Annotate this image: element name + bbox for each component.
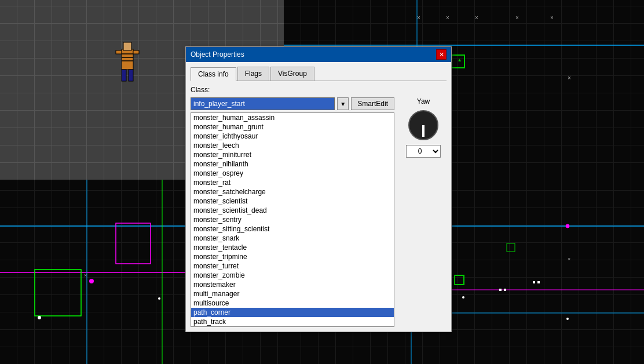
list-item[interactable]: monstemaker (191, 280, 394, 289)
svg-rect-4 (122, 70, 126, 81)
list-item[interactable]: monster_ichthyosaur (191, 132, 394, 141)
class-input[interactable] (191, 97, 335, 110)
yaw-value-select[interactable]: 0 45 90 135 180 225 270 315 (406, 145, 441, 158)
list-item[interactable]: monster_snark (191, 234, 394, 243)
tab-visgroup[interactable]: VisGroup (270, 67, 314, 81)
tab-flags[interactable]: Flags (237, 67, 269, 81)
yaw-dial[interactable] (408, 110, 438, 140)
list-item[interactable]: monster_tentacle (191, 243, 394, 252)
dialog-title: Object Properties (191, 50, 244, 59)
list-item[interactable]: multisource (191, 299, 394, 308)
list-item[interactable]: monster_human_grunt (191, 122, 394, 132)
svg-rect-3 (133, 50, 139, 54)
class-section: Class: (191, 86, 447, 94)
list-item[interactable]: monster_tripmine (191, 252, 394, 261)
list-item[interactable]: monster_scientist_dead (191, 206, 394, 215)
svg-rect-2 (116, 50, 122, 54)
list-item[interactable]: monster_miniturret (191, 150, 394, 159)
svg-rect-0 (122, 49, 133, 70)
list-item[interactable]: monster_nihilanth (191, 159, 394, 169)
list-item[interactable]: monster_osprey (191, 169, 394, 178)
list-item[interactable]: monster_sentry (191, 215, 394, 224)
close-button[interactable]: ✕ (436, 49, 447, 60)
main-area: ▼ SmartEdit monster_gmanmonster_grunt_re… (191, 97, 447, 327)
tab-bar: Class info Flags VisGroup (191, 67, 447, 81)
tab-class-info[interactable]: Class info (191, 67, 236, 81)
smart-edit-button[interactable]: SmartEdit (351, 97, 394, 110)
list-item[interactable]: path_corner (191, 308, 394, 317)
class-dropdown-arrow[interactable]: ▼ (337, 97, 349, 110)
class-label: Class: (191, 86, 210, 94)
list-item[interactable]: multi_manager (191, 289, 394, 299)
svg-rect-1 (123, 42, 131, 50)
list-item[interactable]: monster_leech (191, 141, 394, 150)
class-dropdown-row: ▼ SmartEdit (191, 97, 394, 110)
list-item[interactable]: monster_sitting_scientist (191, 224, 394, 234)
yaw-section: Yaw 0 45 90 135 180 225 270 315 (400, 97, 447, 327)
list-item[interactable]: monster_rat (191, 178, 394, 187)
yaw-indicator (422, 125, 425, 137)
list-item[interactable]: monster_zombie (191, 271, 394, 280)
list-item[interactable]: monster_turret (191, 261, 394, 271)
yaw-label: Yaw (417, 97, 430, 105)
object-properties-dialog: Object Properties ✕ Class info Flags Vis… (185, 46, 452, 332)
dialog-content: Class info Flags VisGroup Class: ▼ Smart… (186, 62, 451, 332)
list-item[interactable]: monster_satchelcharge (191, 187, 394, 196)
svg-rect-5 (129, 70, 133, 81)
dialog-titlebar: Object Properties ✕ (186, 47, 451, 62)
list-item[interactable]: monster_human_assassin (191, 113, 394, 122)
list-item[interactable]: path_track (191, 317, 394, 326)
class-list-section: ▼ SmartEdit monster_gmanmonster_grunt_re… (191, 97, 394, 327)
class-list[interactable]: monster_gmanmonster_grunt_repelmonster_h… (191, 112, 394, 327)
list-item[interactable]: monster_scientist (191, 196, 394, 206)
